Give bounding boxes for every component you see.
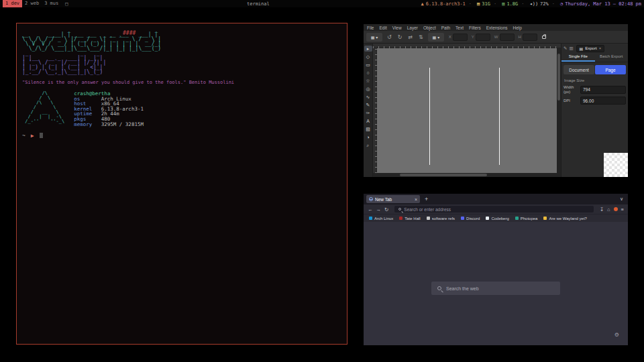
terminal-window[interactable]: _ _ __ ____| | ___ ___ _ __ ___ ___| | \… (16, 23, 347, 345)
workspace-tags: 1 dev2 web3 mus (3, 0, 61, 7)
menu-item[interactable]: Layer (407, 25, 418, 30)
tool-icon[interactable]: ⌕ (364, 142, 372, 148)
bookmark-item[interactable]: Are we Wayland yet? (543, 217, 586, 221)
dialog-tab-icon[interactable]: ✎ (564, 46, 567, 51)
tool-icon[interactable]: ◎ (364, 86, 372, 92)
browser-window: New Tab × + ∨ ← → ↻ Search or enter addr… (364, 194, 628, 345)
notification-dot-icon[interactable] (614, 207, 618, 211)
menu-item[interactable]: Filters (469, 25, 481, 30)
coordinate-fields: X Y W H (449, 34, 537, 41)
prompt-cwd: ~ (22, 133, 25, 139)
coordinate-input[interactable] (523, 34, 537, 41)
bookmark-label: Tate Hall (405, 217, 420, 221)
inkscape-menubar: FileEditViewLayerObjectPathTextFiltersEx… (364, 24, 628, 31)
fetch-label: memory (74, 122, 98, 127)
status-bar: 1 dev2 web3 mus □ terminal ▲ 6.13.8-arch… (0, 0, 644, 7)
status-icon: ▥ (502, 1, 504, 7)
transform-icon[interactable]: ⇄ (408, 34, 413, 40)
scrollbar-thumb[interactable] (400, 174, 487, 176)
favicon (399, 217, 402, 220)
bookmark-item[interactable]: Arch Linux (369, 217, 393, 221)
coordinate-label: H (519, 35, 521, 39)
export-dialog-tab[interactable]: ▤ Export × (576, 45, 605, 52)
reload-button[interactable]: ↻ (384, 206, 388, 213)
browser-tab[interactable]: New Tab × (366, 195, 420, 203)
bookmark-item[interactable]: Codeberg (486, 217, 508, 221)
menu-item[interactable]: Help (513, 25, 522, 30)
coordinate-field[interactable]: H (519, 34, 537, 41)
tool-icon[interactable]: ✑ (364, 110, 372, 116)
export-target-button[interactable]: Document (564, 65, 594, 74)
bookmark-item[interactable]: software refs (427, 217, 455, 221)
favicon (515, 217, 519, 220)
bookmark-item[interactable]: Tate Hall (399, 217, 420, 221)
canvas[interactable] (377, 48, 557, 173)
tool-icon[interactable]: ✎ (364, 102, 372, 108)
coordinate-field[interactable]: X (449, 34, 468, 41)
close-icon[interactable]: × (599, 46, 602, 50)
coordinate-input[interactable] (453, 34, 468, 41)
coordinate-input[interactable] (476, 34, 490, 41)
menu-item[interactable]: Extensions (486, 25, 508, 30)
tab-bar: New Tab × + ∨ (364, 194, 628, 204)
dialog-tab-icon[interactable]: ▥ (569, 46, 573, 51)
address-bar[interactable]: Search or enter address (394, 206, 593, 213)
tool-icon[interactable]: ◑ (364, 134, 372, 140)
workspace-tag[interactable]: 3 mus (42, 0, 61, 7)
menu-item[interactable]: Edit (379, 25, 386, 30)
list-tabs-icon[interactable]: ∨ (620, 196, 623, 202)
page-border-line (499, 68, 500, 165)
status-icon: ▤ (477, 1, 480, 7)
scrollbar-thumb[interactable] (557, 54, 560, 101)
close-icon[interactable]: × (415, 197, 417, 202)
text-cursor (40, 133, 43, 138)
lock-icon[interactable] (542, 36, 546, 39)
fetch-row: memory 3295M / 32815M (74, 122, 144, 127)
workspace-tag[interactable]: 2 web (22, 0, 42, 7)
bookmarks-bar: Arch Linux Tate Hall software refs Disco… (364, 214, 628, 222)
dpi-input[interactable]: 96.00 (580, 97, 626, 105)
export-target-button[interactable]: Page (595, 65, 626, 74)
bookmark-item[interactable]: Discord (461, 217, 480, 221)
transform-icon[interactable]: ↺ (387, 34, 392, 40)
coordinate-field[interactable]: Y (472, 34, 490, 41)
download-icon[interactable]: ↧ (600, 206, 604, 213)
transform-icon[interactable]: ⇅ (419, 34, 423, 40)
forward-button[interactable]: → (376, 206, 382, 213)
workspace-tag[interactable]: 1 dev (3, 0, 22, 7)
export-tab-label: Export (585, 46, 596, 50)
tool-icon[interactable]: ◇ (364, 54, 372, 60)
bookmark-item[interactable]: Photopea (515, 217, 538, 221)
tool-icon[interactable]: ▧ (364, 126, 372, 132)
transform-icon[interactable]: ↻ (398, 34, 402, 40)
layout-symbol[interactable]: □ (65, 1, 68, 7)
horizontal-scrollbar[interactable] (373, 173, 561, 177)
tool-icon[interactable]: ▭ (364, 62, 372, 68)
tool-icon[interactable]: ∿ (364, 94, 372, 100)
menu-item[interactable]: View (392, 25, 402, 30)
export-mode-tab[interactable]: Batch Export (595, 53, 629, 62)
tool-icon[interactable]: ▸ (364, 46, 372, 52)
export-mode-tab[interactable]: Single File (561, 53, 595, 62)
align-dropdown[interactable]: ▦ ▾ (428, 33, 444, 42)
menu-item[interactable]: Path (441, 25, 450, 30)
gear-icon[interactable]: ⚙ (614, 332, 619, 338)
tool-icon[interactable]: ☆ (364, 78, 372, 84)
menu-icon[interactable]: ≡ (621, 206, 624, 213)
width-label: Width (px) (564, 85, 578, 94)
back-button[interactable]: ← (368, 206, 373, 213)
coordinate-input[interactable] (500, 34, 515, 41)
new-tab-button[interactable]: + (425, 196, 428, 202)
coordinate-field[interactable]: W (494, 34, 515, 41)
selection-mode-dropdown[interactable]: ▦ ▾ (366, 33, 382, 42)
home-icon[interactable]: ⌂ (607, 206, 610, 213)
shell-prompt[interactable]: ~ ▶ (22, 133, 341, 139)
tool-icon[interactable]: ○ (364, 70, 372, 76)
ascii-banner: _ _ __ ____| | ___ ___ _ __ ___ ___| | \… (22, 27, 341, 74)
width-input[interactable]: 794 (580, 86, 626, 94)
menu-item[interactable]: File (367, 25, 374, 30)
web-search-input[interactable]: Search the web (431, 282, 560, 295)
tool-icon[interactable]: A (364, 118, 372, 124)
menu-item[interactable]: Object (423, 25, 436, 30)
menu-item[interactable]: Text (455, 25, 464, 30)
